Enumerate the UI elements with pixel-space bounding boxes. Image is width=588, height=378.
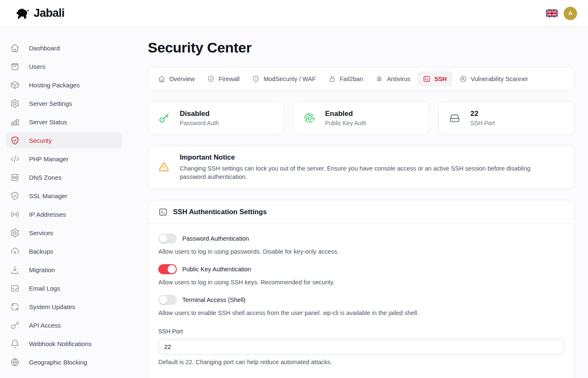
stat-card-password-auth: DisabledPassword Auth	[148, 101, 284, 135]
inbox-icon	[10, 284, 20, 293]
ssh-port-hint: Default is 22. Changing port can help re…	[158, 359, 564, 365]
terminal-icon	[158, 207, 168, 217]
sidebar-item-label: Security	[29, 137, 52, 144]
sidebar-item-system-updates[interactable]: System Updates	[6, 298, 122, 315]
notice-body: Changing SSH settings can lock you out o…	[180, 164, 554, 181]
stat-text: DisabledPassword Auth	[180, 110, 219, 126]
toggle-label: Terminal Access (Shell)	[182, 297, 246, 303]
sidebar-item-security[interactable]: Security	[6, 132, 122, 149]
stat-text: 22SSH Port	[470, 110, 495, 126]
sidebar-item-api-access[interactable]: API Access	[6, 317, 122, 333]
toggle-group-password-authentication: Password AuthenticationAllow users to lo…	[158, 234, 564, 256]
tab-modsecurity-waf[interactable]: ModSecurity / WAF	[247, 71, 321, 87]
sidebar-item-label: Migration	[29, 266, 55, 273]
stat-value: Enabled	[325, 110, 366, 118]
sidebar-item-services[interactable]: Services	[6, 224, 122, 241]
sidebar-item-ssl-manager[interactable]: SSL Manager	[6, 187, 122, 204]
home-icon	[10, 43, 20, 53]
avatar[interactable]: A	[564, 7, 577, 20]
stat-label: Public Key Auth	[325, 120, 366, 126]
tab-overview[interactable]: Overview	[152, 71, 200, 87]
ssh-settings-body: Password AuthenticationAllow users to lo…	[148, 224, 574, 378]
sidebar-item-server-settings[interactable]: Server Settings	[6, 95, 122, 112]
topbar: Jabali A	[0, 0, 588, 27]
sidebar-item-label: SSL Manager	[29, 192, 67, 200]
shield-alert-icon	[252, 75, 260, 83]
bar-chart-icon	[10, 117, 20, 127]
toggle-description: Allow users to log in using SSH keys. Re…	[158, 278, 564, 286]
sidebar-item-users[interactable]: Users	[6, 58, 122, 75]
sidebar-item-backups[interactable]: Backups	[6, 243, 122, 260]
sidebar-item-label: System Updates	[29, 303, 75, 310]
sidebar-item-server-status[interactable]: Server Status	[6, 113, 122, 130]
layout: DashboardUsersHosting PackagesServer Set…	[0, 27, 588, 378]
sidebar-item-label: Webhook Notifications	[29, 340, 92, 347]
toggle-knob	[168, 265, 176, 273]
page-title: Security Center	[148, 39, 575, 56]
tab-antivirus[interactable]: Antivirus	[370, 71, 416, 87]
sidebar-item-dashboard[interactable]: Dashboard	[6, 39, 122, 56]
tab-firewall[interactable]: Firewall	[202, 71, 245, 87]
ssh-settings-panel: SSH Authentication Settings Password Aut…	[148, 200, 575, 378]
tab-label: Fail2ban	[340, 76, 363, 82]
tab-ssh[interactable]: SSH	[417, 71, 452, 87]
toggle-description: Allow users to enable SSH shell access f…	[158, 309, 564, 317]
ssh-port-label: SSH Port	[158, 328, 564, 335]
bug-icon	[375, 75, 383, 83]
toggle-group-public-key-authentication: Public Key AuthenticationAllow users to …	[158, 264, 564, 286]
globe-icon	[10, 357, 20, 367]
sidebar-item-php-manager[interactable]: PHP Manager	[6, 150, 122, 167]
radio-waves-icon	[10, 210, 20, 219]
tab-label: Overview	[169, 76, 194, 82]
stats-row: DisabledPassword AuthEnabledPublic Key A…	[148, 101, 575, 135]
sidebar-item-ip-addresses[interactable]: IP Addresses	[6, 206, 122, 223]
tab-vulnerability-scanner[interactable]: Vulnerability Scanner	[454, 71, 533, 87]
sidebar-item-label: Hosting Packages	[29, 81, 80, 89]
sidebar-item-dns-zones[interactable]: DNS Zones	[6, 169, 122, 186]
stat-label: SSH Port	[470, 120, 495, 126]
sidebar-item-label: Services	[29, 229, 53, 236]
sidebar-item-webhook-notifications[interactable]: Webhook Notifications	[6, 335, 122, 352]
topbar-actions: A	[546, 7, 577, 20]
gear-icon	[10, 99, 20, 108]
toggle-group-terminal-access-shell: Terminal Access (Shell)Allow users to en…	[158, 295, 564, 317]
ssh-port-input[interactable]	[158, 339, 564, 354]
sidebar-item-hosting-packages[interactable]: Hosting Packages	[6, 76, 122, 93]
sidebar-item-migration[interactable]: Migration	[6, 261, 122, 278]
tab-label: Antivirus	[387, 76, 410, 82]
drawer-icon	[10, 62, 20, 71]
package-icon	[10, 80, 20, 90]
sidebar-item-geographic-blocking[interactable]: Geographic Blocking	[6, 354, 122, 370]
bell-icon	[10, 339, 20, 349]
search-circle-icon	[459, 75, 467, 83]
toggle-description: Allow users to log in using passwords. D…	[158, 247, 564, 256]
brand[interactable]: Jabali	[11, 7, 65, 20]
uk-flag-language-icon[interactable]	[546, 9, 558, 17]
boar-logo-icon	[11, 7, 29, 20]
stat-text: EnabledPublic Key Auth	[325, 110, 366, 126]
key-icon	[158, 113, 170, 124]
tab-label: ModSecurity / WAF	[263, 76, 315, 82]
sidebar-item-label: Server Settings	[29, 100, 72, 107]
stat-card-public-key-auth: EnabledPublic Key Auth	[293, 101, 429, 135]
shield-check-icon	[10, 191, 20, 201]
tab-fail2ban[interactable]: Fail2ban	[323, 71, 369, 87]
sidebar-item-label: API Access	[29, 322, 61, 329]
toggle-password-authentication[interactable]	[158, 234, 177, 244]
stat-value: Disabled	[180, 110, 219, 118]
sidebar-item-email-logs[interactable]: Email Logs	[6, 280, 122, 297]
toggle-list: Password AuthenticationAllow users to lo…	[158, 234, 564, 317]
key-icon	[10, 320, 20, 330]
notice-text: Important Notice Changing SSH settings c…	[180, 153, 554, 181]
hard-drive-icon	[449, 113, 460, 124]
main-content: Security Center OverviewFirewallModSecur…	[128, 27, 588, 378]
important-notice: Important Notice Changing SSH settings c…	[148, 145, 575, 189]
toggle-knob	[159, 296, 168, 304]
code-icon	[10, 154, 20, 164]
toggle-public-key-authentication[interactable]	[158, 264, 177, 274]
toggle-terminal-access-shell[interactable]	[158, 295, 177, 305]
ssh-settings-header: SSH Authentication Settings	[148, 200, 574, 224]
sidebar-item-label: Dashboard	[29, 45, 60, 52]
sidebar-item-label: Email Logs	[29, 285, 60, 292]
tab-label: SSH	[434, 76, 447, 82]
